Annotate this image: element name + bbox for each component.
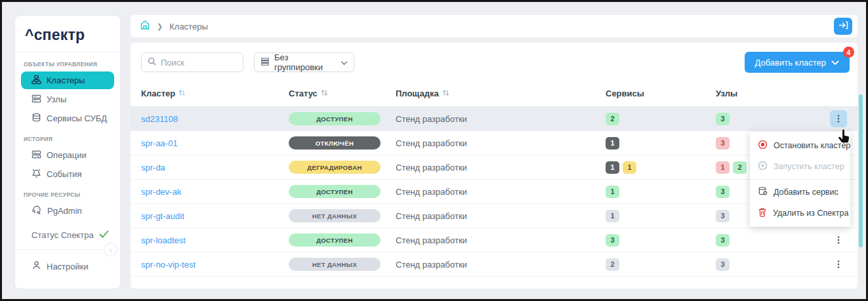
cluster-link[interactable]: spr-da — [141, 163, 289, 172]
sidebar-collapse-button[interactable]: ‹ — [104, 243, 117, 256]
status-cell: ДЕГРАДИРОВАН — [289, 161, 396, 174]
site-label: Стенд разработки — [396, 260, 606, 270]
status-badge: ДЕГРАДИРОВАН — [289, 161, 381, 174]
cluster-link[interactable]: spr-dev-ak — [141, 187, 289, 197]
sidebar-item-label: Сервисы СУБД — [47, 113, 107, 123]
status-label: Статус Спектра — [31, 230, 94, 240]
notification-badge: 4 — [843, 47, 854, 58]
cluster-link[interactable]: sd231108 — [141, 114, 289, 124]
person-icon — [31, 260, 41, 272]
count-badge: 1 — [606, 137, 619, 150]
sidebar-section-other: ПРОЧИЕ РЕСУРСЫ — [24, 191, 120, 198]
status-cell: ДОСТУПЕН — [289, 112, 396, 126]
logout-button[interactable] — [834, 18, 852, 35]
sidebar-item-label: Настройки — [47, 262, 89, 271]
count-badge: 3 — [716, 234, 730, 247]
sidebar-item-nodes[interactable]: Узлы — [21, 90, 114, 108]
status-badge: ОТКЛЮЧЁН — [289, 136, 381, 150]
site-label: Стенд разработки — [396, 114, 606, 124]
table-row[interactable]: spr-da ДЕГРАДИРОВАН Стенд разработки 11 … — [131, 155, 858, 180]
home-icon[interactable] — [140, 20, 150, 33]
site-label: Стенд разработки — [396, 187, 606, 197]
menu-item-stop-cluster[interactable]: Остановить кластер — [750, 135, 850, 156]
table-row[interactable]: spr-aa-01 ОТКЛЮЧЁН Стенд разработки 1 3 — [131, 131, 858, 155]
sidebar-item-db-services[interactable]: Сервисы СУБД — [21, 110, 114, 127]
services-badges: 1 — [606, 137, 716, 150]
column-header-cluster[interactable]: Кластер — [141, 89, 289, 98]
count-badge: 1 — [606, 161, 619, 174]
cluster-link[interactable]: spr-aa-01 — [141, 138, 289, 148]
menu-item-start-cluster[interactable]: Запустить кластер — [750, 156, 850, 177]
table-row[interactable]: spr-gt-audit НЕТ ДАННЫХ Стенд разработки… — [131, 204, 858, 228]
count-badge: 3 — [716, 186, 730, 198]
table-row[interactable]: spr-no-vip-test НЕТ ДАННЫХ Стенд разрабо… — [131, 252, 858, 277]
trash-icon — [758, 207, 767, 219]
site-label: Стенд разработки — [396, 138, 606, 148]
services-badges: 2 — [606, 258, 716, 271]
row-menu-button[interactable] — [830, 110, 847, 127]
sidebar-item-label: Кластеры — [47, 75, 85, 85]
column-header-status[interactable]: Статус — [289, 89, 396, 98]
services-badges: 1 — [606, 210, 716, 222]
sidebar: ^спектр ОБЪЕКТЫ УПРАВЛЕНИЯ Кластеры Узлы… — [14, 15, 121, 289]
cluster-link[interactable]: spr-gt-audit — [141, 211, 289, 221]
sidebar-item-events[interactable]: События — [21, 165, 114, 183]
play-icon — [758, 161, 768, 172]
count-badge: 3 — [716, 113, 730, 125]
column-header-site[interactable]: Площадка — [396, 89, 606, 98]
row-menu-button[interactable] — [830, 231, 847, 249]
spektr-status: Статус Спектра — [31, 230, 114, 240]
app-window: ^спектр ОБЪЕКТЫ УПРАВЛЕНИЯ Кластеры Узлы… — [0, 0, 868, 301]
sidebar-item-settings[interactable]: Настройки — [31, 260, 114, 272]
table-row[interactable]: spr-dev-ak ДОСТУПЕН Стенд разработки 1 3 — [131, 180, 858, 204]
operations-icon — [31, 150, 41, 161]
cluster-link[interactable]: spr-no-vip-test — [141, 260, 289, 270]
nodes-badges: 3 — [716, 113, 825, 125]
vertical-scrollbar[interactable] — [859, 94, 863, 247]
services-badges: 3 — [606, 234, 716, 247]
nodes-badges: 3 — [716, 258, 825, 271]
cluster-link[interactable]: spr-loadtest — [141, 235, 289, 245]
status-badge: НЕТ ДАННЫХ — [289, 258, 381, 271]
status-cell: НЕТ ДАННЫХ — [289, 209, 396, 223]
sort-icon[interactable] — [442, 89, 449, 98]
search-input[interactable] — [161, 58, 237, 68]
status-cell: ДОСТУПЕН — [289, 185, 396, 199]
database-icon — [31, 113, 41, 125]
row-menu-button[interactable] — [830, 256, 847, 273]
search-box — [141, 52, 243, 72]
sidebar-item-clusters[interactable]: Кластеры — [21, 71, 114, 89]
sidebar-item-pgadmin[interactable]: PgAdmin — [21, 202, 114, 220]
table-row[interactable]: sd231108 ДОСТУПЕН Стенд разработки 2 3 — [131, 107, 858, 131]
add-cluster-button[interactable]: Добавить кластер — [745, 52, 850, 73]
count-badge: 1 — [716, 161, 730, 174]
column-header-services: Сервисы — [606, 89, 716, 98]
count-badge: 3 — [716, 210, 730, 222]
count-badge: 3 — [716, 258, 730, 271]
table-header: Кластер Статус Площадка Сервисы Узлы — [131, 81, 858, 107]
status-badge: ДОСТУПЕН — [289, 112, 381, 125]
menu-divider — [750, 179, 850, 180]
grouping-select[interactable]: Без группировки — [254, 52, 354, 72]
site-label: Стенд разработки — [396, 211, 606, 221]
sort-icon-active[interactable] — [178, 89, 186, 98]
check-icon — [99, 230, 109, 240]
cluster-icon — [31, 75, 41, 87]
count-badge: 3 — [606, 234, 619, 247]
app-logo: ^спектр — [15, 16, 120, 52]
sidebar-divider: ‹ — [15, 249, 120, 250]
menu-item-add-service[interactable]: Добавить сервис — [750, 182, 850, 203]
row-context-menu: Остановить кластер Запустить кластер Доб… — [750, 132, 850, 227]
sidebar-item-label: Узлы — [47, 94, 66, 104]
count-badge: 2 — [733, 161, 747, 174]
nodes-badges: 3 — [716, 234, 825, 247]
table-row[interactable]: spr-loadtest ДОСТУПЕН Стенд разработки 3… — [131, 228, 858, 252]
site-label: Стенд разработки — [396, 235, 606, 245]
sidebar-item-label: Операции — [47, 150, 87, 160]
services-badges: 11 — [606, 161, 716, 174]
sort-icon[interactable] — [321, 89, 328, 98]
services-badges: 2 — [606, 113, 716, 125]
sidebar-item-operations[interactable]: Операции — [21, 146, 114, 164]
add-cluster-label: Добавить кластер — [755, 58, 826, 68]
menu-item-delete-from-spektr[interactable]: Удалить из Спектра — [750, 203, 850, 224]
